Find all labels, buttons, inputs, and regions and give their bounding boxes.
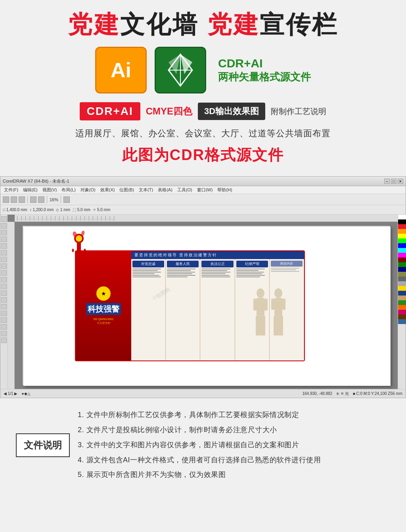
tool-shape[interactable] xyxy=(1,223,7,229)
title-black-1: 文化墙 xyxy=(120,11,207,38)
top-section: 党建文化墙 党建宣传栏 Ai xyxy=(0,0,406,176)
tool-parallel[interactable] xyxy=(1,290,7,296)
svg-point-11 xyxy=(257,288,264,298)
toolbar-open-icon[interactable] xyxy=(11,196,17,203)
menu-text[interactable]: 文本(T) xyxy=(137,187,155,193)
swatch-black[interactable] xyxy=(398,219,406,224)
tool-extrude[interactable] xyxy=(1,317,7,323)
tool-poly[interactable] xyxy=(1,270,7,276)
color-mode: ■ C:0 M:0 Y:24,100 Z56 mm xyxy=(353,391,402,396)
close-button[interactable]: ✕ xyxy=(398,179,403,184)
main-title: 党建文化墙 党建宣传栏 xyxy=(8,11,398,38)
swatch-blue[interactable] xyxy=(398,243,406,248)
toolbar-separator2 xyxy=(47,196,47,203)
swatch-orange[interactable] xyxy=(398,229,406,234)
ai-icon-text: Ai xyxy=(111,60,131,80)
swatch-dark-red[interactable] xyxy=(398,257,406,262)
design-right-panels: 要坚持党的绝对领导 坚持政治建警方针 对党忠诚 xyxy=(131,251,304,360)
title-red-2: 党建 xyxy=(207,11,260,38)
tool-dimension[interactable] xyxy=(1,304,7,309)
tool-envelope[interactable] xyxy=(1,311,7,316)
menu-object[interactable]: 对象(O) xyxy=(79,187,98,193)
swatch-green[interactable] xyxy=(398,238,406,243)
menu-bitmap[interactable]: 位图(B) xyxy=(117,187,136,193)
cdr-icon-box xyxy=(155,47,206,93)
tool-zoom[interactable] xyxy=(1,236,7,242)
swatch-khaki[interactable] xyxy=(398,272,406,276)
svg-rect-18 xyxy=(274,298,282,316)
menu-edit[interactable]: 编辑(E) xyxy=(21,187,40,193)
tool-crop[interactable] xyxy=(1,230,7,235)
swatch-pink[interactable] xyxy=(398,310,406,315)
subtitle-line: 适用展厅、展馆、办公室、会议室、大厅、过道等公共墙面布置 xyxy=(8,128,398,139)
corel-window: CorelDRAW X7 (64-Bit) - 未命名-1 ─ □ ✕ 文件(F… xyxy=(0,176,406,398)
swatch-gold[interactable] xyxy=(398,286,406,291)
toolbar-redo-icon[interactable] xyxy=(38,196,44,203)
swatch-yellow[interactable] xyxy=(398,234,406,238)
toolbar-undo-icon[interactable] xyxy=(30,196,36,203)
swatch-tan[interactable] xyxy=(398,296,406,300)
design-panel-3: 执法公正 xyxy=(200,259,235,360)
swatch-deep-orange[interactable] xyxy=(398,305,406,310)
swatch-cyan[interactable] xyxy=(398,248,406,253)
swatch-white[interactable] xyxy=(398,215,406,219)
tool-outline[interactable] xyxy=(1,331,7,336)
tool-table-t[interactable] xyxy=(1,284,7,289)
menu-layout[interactable]: 布局(L) xyxy=(59,187,77,193)
corel-menubar: 文件(F) 编辑(E) 视图(V) 布局(L) 对象(O) 效果(X) 位图(B… xyxy=(0,186,406,194)
panel-title-4: 纪律严明 xyxy=(236,261,268,267)
menu-file[interactable]: 文件(F) xyxy=(2,187,20,193)
swatch-forest[interactable] xyxy=(398,300,406,305)
corel-canvas-area: │..│..│..│..│..│..│..│..│..│..│..│..│..│… xyxy=(8,215,398,389)
tool-fill[interactable] xyxy=(1,324,7,330)
title-black-2: 宣传栏 xyxy=(260,11,338,38)
tool-text[interactable] xyxy=(1,277,7,282)
menu-view[interactable]: 视图(V) xyxy=(40,187,59,193)
coord-x: ◇ 1 mm xyxy=(56,208,70,212)
menu-effect[interactable]: 效果(X) xyxy=(98,187,117,193)
tool-select[interactable] xyxy=(1,216,7,222)
cdr-notice: 此图为CDR格式源文件 xyxy=(8,145,398,165)
menu-table[interactable]: 表格(A) xyxy=(156,187,174,193)
maximize-button[interactable]: □ xyxy=(391,179,396,184)
tool-smart[interactable] xyxy=(1,250,7,256)
swatch-light-gray[interactable] xyxy=(398,281,406,286)
title-red-1: 党建 xyxy=(68,11,120,38)
tool-connector[interactable] xyxy=(1,297,7,303)
svg-rect-15 xyxy=(256,316,260,336)
corel-right-panel xyxy=(398,215,406,389)
design-title-text: 科技强警 xyxy=(88,305,119,313)
silhouette-svg xyxy=(245,285,292,353)
swatch-red[interactable] xyxy=(398,224,406,229)
menu-tools[interactable]: 工具(O) xyxy=(175,187,194,193)
corel-win-buttons: ─ □ ✕ xyxy=(384,179,403,184)
svg-rect-14 xyxy=(264,299,268,311)
swatch-brown[interactable] xyxy=(398,315,406,319)
swatch-magenta[interactable] xyxy=(398,253,406,257)
swatch-steel-blue[interactable] xyxy=(398,319,406,324)
dimension-y: ↕ 1,200.0 mm xyxy=(30,208,54,212)
format-line1: CDR+AI xyxy=(218,57,311,70)
toolbar-new-icon[interactable] xyxy=(3,196,9,203)
coord-extra: ✧ 5.0 mm xyxy=(93,208,110,212)
tag-3d: 3D输出效果图 xyxy=(198,103,265,120)
tag-cmye: CMYE四色 xyxy=(146,105,192,118)
design-top-banner: 要坚持党的绝对领导 坚持政治建警方针 xyxy=(131,251,304,259)
tool-ellipse[interactable] xyxy=(1,263,7,269)
svg-point-17 xyxy=(274,288,282,298)
swatch-dark-blue[interactable] xyxy=(398,267,406,272)
tool-rect[interactable] xyxy=(1,257,7,262)
tool-freehand[interactable] xyxy=(1,243,7,249)
swatch-dark-green[interactable] xyxy=(398,262,406,267)
minimize-button[interactable]: ─ xyxy=(384,179,390,184)
corel-toolbar2: □ 1,400.0 mm ↕ 1,200.0 mm ◇ 1 mm ⬚ 5.0 m… xyxy=(0,205,406,215)
menu-help[interactable]: 帮助(H) xyxy=(215,187,234,193)
toolbar-save-icon[interactable] xyxy=(19,196,25,203)
toolbar-zoom-icon[interactable] xyxy=(63,196,70,203)
status-text: ●◆△ xyxy=(21,391,30,396)
format-text-block: CDR+AI 两种矢量格式源文件 xyxy=(218,57,311,84)
tool-eyedropper[interactable] xyxy=(1,338,7,343)
menu-window[interactable]: 窗口(W) xyxy=(195,187,215,193)
swatch-gray[interactable] xyxy=(398,276,406,281)
swatch-navy[interactable] xyxy=(398,291,406,296)
